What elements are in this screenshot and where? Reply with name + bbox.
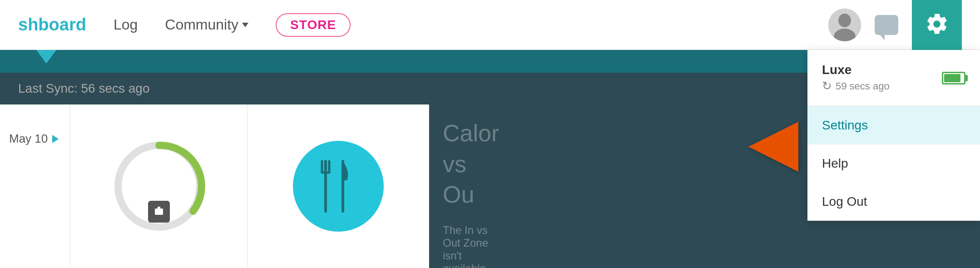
page-wrapper: shboard Log Community STORE (0, 0, 980, 268)
nav-indicator (36, 50, 56, 64)
nav-dashboard[interactable]: shboard (18, 15, 86, 35)
meal-card (247, 104, 429, 268)
sync-status: Last Sync: 56 secs ago (18, 81, 150, 96)
scale-icon (148, 201, 170, 223)
activity-gauge (109, 136, 209, 236)
device-sync-time: ↻ 59 secs ago (822, 79, 935, 93)
svg-rect-5 (158, 207, 160, 209)
logout-menu-item[interactable]: Log Out (807, 183, 980, 221)
chat-bubble-icon (875, 15, 898, 35)
activity-card (70, 104, 247, 268)
nav-community-label: Community (165, 16, 238, 33)
header-right (828, 0, 962, 50)
nav-community[interactable]: Community (165, 16, 248, 33)
nav-items: shboard Log Community STORE (18, 13, 828, 37)
sub-header-bar (0, 50, 509, 73)
nav-log[interactable]: Log (114, 16, 138, 33)
calorie-card: Calor vs Ou The In vs Out Zone isn't ava… (429, 104, 509, 268)
sync-bar: Last Sync: 56 secs ago (0, 73, 509, 104)
cards-row: May 10 (0, 104, 509, 268)
user-avatar[interactable] (828, 9, 861, 41)
next-date-chevron[interactable] (52, 135, 59, 143)
calorie-note: The In vs Out Zone isn't available (443, 224, 495, 268)
sync-arrow-icon: ↻ (822, 79, 832, 93)
device-row: Luxe ↻ 59 secs ago (807, 50, 980, 106)
gear-icon (925, 12, 949, 38)
chevron-down-icon (242, 23, 248, 27)
settings-menu-item[interactable]: Settings (807, 106, 980, 144)
device-name: Luxe (822, 63, 935, 77)
svg-rect-4 (155, 208, 163, 215)
arrow-pointer-icon (748, 122, 798, 172)
date-card: May 10 (0, 104, 70, 268)
settings-button[interactable] (912, 0, 962, 50)
store-button[interactable]: STORE (276, 13, 351, 37)
settings-dropdown: Luxe ↻ 59 secs ago Settings Help Log Out (807, 50, 980, 221)
date-label: May 10 (9, 132, 48, 146)
calorie-title: Calor vs Ou (443, 118, 495, 210)
chat-icon-button[interactable] (870, 9, 903, 41)
battery-icon (942, 72, 965, 84)
date-navigator[interactable]: May 10 (9, 132, 61, 146)
header: shboard Log Community STORE (0, 0, 980, 50)
battery-fill (944, 74, 960, 82)
device-info: Luxe ↻ 59 secs ago (822, 63, 935, 93)
help-menu-item[interactable]: Help (807, 144, 980, 183)
meal-circle (293, 141, 384, 232)
svg-point-1 (838, 14, 851, 27)
